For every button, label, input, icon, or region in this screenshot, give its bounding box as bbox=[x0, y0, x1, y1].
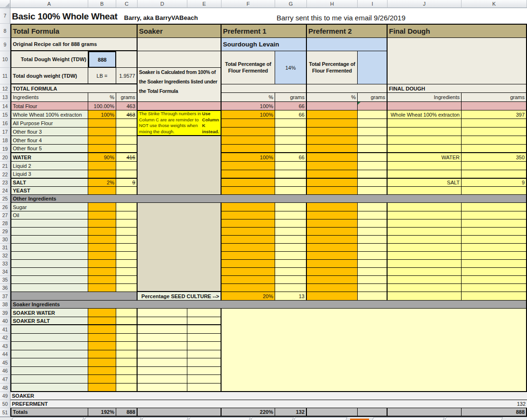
cell-B27[interactable] bbox=[88, 211, 116, 219]
cell-I35[interactable] bbox=[358, 276, 388, 284]
column-header-B[interactable]: B bbox=[88, 0, 116, 8]
cell-H31[interactable] bbox=[307, 244, 358, 252]
row-header-50[interactable]: 50 bbox=[0, 400, 10, 408]
cell-J24[interactable] bbox=[388, 187, 462, 195]
row-header-13[interactable]: 13 bbox=[0, 93, 10, 102]
cell-C28[interactable] bbox=[116, 219, 138, 228]
totals-label[interactable]: Totals bbox=[10, 408, 88, 417]
cell-H15[interactable] bbox=[307, 110, 358, 119]
cell-E40[interactable] bbox=[187, 317, 222, 325]
cell-G27[interactable] bbox=[275, 211, 307, 219]
cell-K18[interactable] bbox=[462, 136, 527, 145]
cell-C47[interactable] bbox=[116, 375, 138, 383]
cell-E47[interactable] bbox=[187, 375, 222, 383]
cell-B24[interactable] bbox=[88, 187, 116, 195]
sheet-tab[interactable] bbox=[189, 417, 251, 420]
cell-D48[interactable] bbox=[138, 383, 187, 392]
cell-E41[interactable] bbox=[187, 325, 222, 334]
cell-F13[interactable]: % bbox=[222, 93, 275, 102]
cell-E39[interactable] bbox=[187, 309, 222, 317]
cell-C34[interactable] bbox=[116, 268, 138, 276]
cell-C39[interactable] bbox=[116, 309, 138, 317]
cell-G15[interactable]: 66 bbox=[275, 110, 307, 119]
cell-B34[interactable] bbox=[88, 268, 116, 276]
cell-C15[interactable]: 463 bbox=[116, 110, 138, 119]
section-final-dough[interactable]: Final Dough bbox=[388, 24, 527, 38]
section-total-formula[interactable]: Total Formula bbox=[10, 24, 138, 38]
cell-B17[interactable] bbox=[88, 128, 116, 136]
cell-H27[interactable] bbox=[307, 211, 358, 219]
cell-B26[interactable] bbox=[88, 203, 116, 211]
cell-A18[interactable]: Other flour 4 bbox=[10, 136, 88, 145]
cell-D40[interactable] bbox=[138, 317, 187, 325]
cell-J19[interactable] bbox=[388, 145, 462, 153]
cell-B42[interactable] bbox=[88, 334, 116, 342]
cell-I30[interactable] bbox=[358, 236, 388, 244]
seed-culture-pct[interactable]: 20% bbox=[222, 292, 275, 301]
cell-B14[interactable]: 100.00% bbox=[88, 102, 116, 110]
tdw-value[interactable]: 888 bbox=[88, 51, 116, 68]
cell-E45[interactable] bbox=[187, 358, 222, 367]
cell-G16[interactable] bbox=[275, 119, 307, 128]
row-header-12[interactable]: 12 bbox=[0, 84, 10, 93]
cell-C42[interactable] bbox=[116, 334, 138, 342]
cell-H24[interactable] bbox=[307, 187, 358, 195]
cell-K29[interactable] bbox=[462, 228, 527, 236]
cell-K24[interactable] bbox=[462, 187, 527, 195]
cell-C14[interactable]: 463 bbox=[116, 102, 138, 110]
cell-I37[interactable] bbox=[358, 292, 388, 301]
cell-C10[interactable] bbox=[116, 51, 138, 68]
cell-A24[interactable]: YEAST bbox=[10, 187, 88, 195]
cell-D42[interactable] bbox=[138, 334, 187, 342]
cell-K30[interactable] bbox=[462, 236, 527, 244]
cell-J34[interactable] bbox=[388, 268, 462, 276]
column-header-H[interactable]: H bbox=[307, 0, 358, 8]
cell-C33[interactable] bbox=[116, 260, 138, 268]
cell-I36[interactable] bbox=[358, 284, 388, 292]
cell-J9[interactable] bbox=[388, 38, 527, 84]
cell-J29[interactable] bbox=[388, 228, 462, 236]
sheet-tab[interactable] bbox=[372, 417, 445, 420]
cell-C31[interactable] bbox=[116, 244, 138, 252]
sheet-tab[interactable] bbox=[142, 417, 189, 420]
cell-G22[interactable] bbox=[275, 170, 307, 179]
cell-J36[interactable] bbox=[388, 284, 462, 292]
cell-A17[interactable]: Other flour 3 bbox=[10, 128, 88, 136]
cell-D46[interactable] bbox=[138, 367, 187, 375]
cell-B29[interactable] bbox=[88, 228, 116, 236]
cell-F22[interactable] bbox=[222, 170, 275, 179]
cell-H36[interactable] bbox=[307, 284, 358, 292]
cell-F26[interactable] bbox=[222, 203, 275, 211]
row-header-31[interactable]: 31 bbox=[0, 244, 10, 252]
cell-F20[interactable]: 100% bbox=[222, 153, 275, 162]
cell-F14[interactable]: 100% bbox=[222, 102, 275, 110]
row-header-47[interactable]: 47 bbox=[0, 375, 10, 383]
cell-G26[interactable] bbox=[275, 203, 307, 211]
sheet-tabs-strip[interactable] bbox=[0, 417, 527, 420]
cell-F16[interactable] bbox=[222, 119, 275, 128]
cell-K28[interactable] bbox=[462, 219, 527, 228]
cell-J22[interactable] bbox=[388, 170, 462, 179]
cell-C32[interactable] bbox=[116, 252, 138, 260]
cell-I24[interactable] bbox=[358, 187, 388, 195]
row-header-36[interactable]: 36 bbox=[0, 284, 10, 292]
cell-C22[interactable] bbox=[116, 170, 138, 179]
cell-A39[interactable]: SOAKER WATER bbox=[10, 309, 88, 317]
sheet-tab[interactable] bbox=[445, 417, 503, 420]
cell-A14[interactable]: Total Flour bbox=[10, 102, 88, 110]
row-header-20[interactable]: 20 bbox=[0, 153, 10, 162]
row-header-40[interactable]: 40 bbox=[0, 317, 10, 325]
cell-H9[interactable] bbox=[307, 38, 388, 51]
cell-C20[interactable]: 416 bbox=[116, 153, 138, 162]
cell-B41[interactable] bbox=[88, 325, 116, 334]
cell-K14[interactable] bbox=[462, 102, 527, 110]
cell-B28[interactable] bbox=[88, 219, 116, 228]
cell-A34[interactable] bbox=[10, 268, 88, 276]
cell-J18[interactable] bbox=[388, 136, 462, 145]
cell-J31[interactable] bbox=[388, 244, 462, 252]
row-preferment[interactable]: PREFERMENT bbox=[10, 400, 462, 408]
cell-J26[interactable] bbox=[388, 203, 462, 211]
cell-C35[interactable] bbox=[116, 276, 138, 284]
cell-B30[interactable] bbox=[88, 236, 116, 244]
cell-J51[interactable] bbox=[388, 408, 462, 417]
